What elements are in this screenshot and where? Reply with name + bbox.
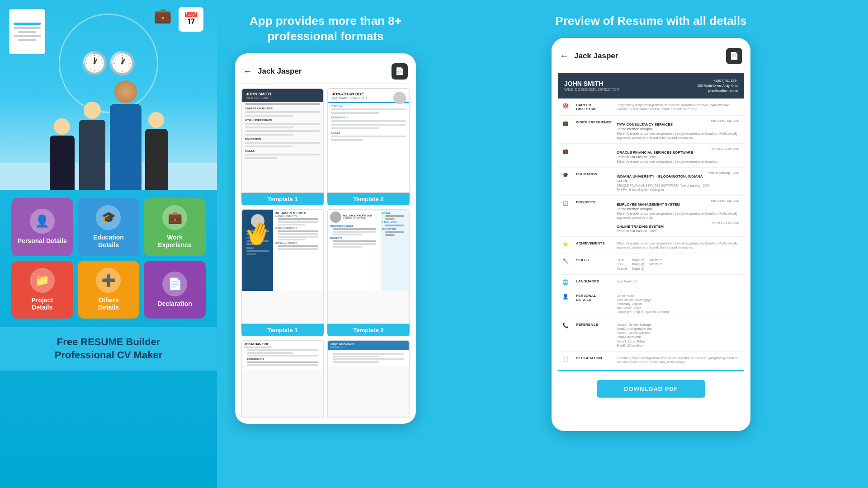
section-achievements: ⭐ ACHIEVEMENTS Efficiently enable unique… [558,237,744,253]
declaration-icon: 📄 [162,272,187,296]
resume-preview: JOHN SMITH WEB DESIGNER, DIRECTOR +1(614… [558,73,744,425]
project-details-button[interactable]: 📁 ProjectDetails [11,261,73,319]
skills-icon: 🔧 [562,257,571,270]
user-name-middle: Jack Jasper [258,67,392,76]
work-exp-label: WORK EXPERIENCE [576,119,612,140]
app-footer: Free RESUME Builder Professional CV Make… [0,327,217,371]
person-4 [145,112,168,190]
career-obj-icon: 🎯 [562,102,571,111]
template-preview-5: JONATHAN DOE Objective: seeking position… [241,340,324,417]
skills-label: SKILLS [576,257,612,270]
briefcase-icon: 💼 [154,7,172,24]
template-label-1: Template 1 [241,193,324,205]
middle-heading: App provides more than 8+ professional f… [226,14,425,44]
work-exp-label-2 [576,147,612,164]
download-pdf-button[interactable]: DOWNLOAD PDF [597,380,705,398]
work-exp-icon-2: 💼 [562,147,571,164]
declaration-button[interactable]: 📄 Declaration [144,261,206,319]
phone-mockup-right: ← Jack Jasper 📄 JOHN SMITH WEB DESIGNER,… [552,38,750,431]
template-item-2[interactable]: JONATHAN DOE SOFTWARE ENGINEER PROFILE E… [327,88,410,205]
section-projects: 📋 PROJECTS EMPLOYEE MANAGEMENT SYSTEM Ma… [558,196,744,237]
feature-grid: 👤 Personal Details 🎓 EducationDetails 💼 … [0,190,217,327]
projects-icon: 📋 [562,199,571,233]
calendar-icon: 📅 [179,7,203,32]
achievements-icon: ⭐ [562,240,571,249]
people-illustration [0,80,217,190]
work-exp-content-2: ORACLE FINANCIAL SERVICES SOFTWARE Oct 2… [617,147,740,164]
section-education: 🎓 EDUCATION INDIANA UNIVERSITY – BLOOMIN… [558,168,744,196]
section-languages: 🌐 LANGUAGES Java Javascript [558,275,744,289]
doc-icon-right[interactable]: 📄 [726,48,742,64]
back-arrow-right[interactable]: ← [560,51,569,61]
template-label-4: Template 2 [327,324,410,336]
resume-name: JOHN SMITH [564,80,619,87]
personal-details-label: Personal Details [18,237,67,245]
others-details-button[interactable]: ➕ OthersDetails [78,261,140,319]
template-preview-4: MS. JACK ANDERSON CAREER OBJECTIVE FROM … [327,209,410,324]
template-preview-1: JOHN SMITH WEB DESIGNER CAREER OBJECTIVE… [241,88,324,193]
clock-icon: 🕐 [108,50,136,76]
phone-mockup-middle: ← Jack Jasper 📄 🤚 JOHN SMITH WEB DESIGNE… [235,53,416,424]
resume-contact: +1(614)481-1234 555 Riddle Drive, Andy, … [698,78,738,94]
languages-icon: 🌐 [562,278,571,285]
work-icon: 💼 [162,205,187,230]
app-tagline: Free RESUME Builder Professional CV Make… [9,336,208,361]
reference-icon: 📞 [562,322,571,347]
reference-content: Name1 - General ManagerEmail1: info@prin… [617,322,740,347]
resume-header-bar: JOHN SMITH WEB DESIGNER, DIRECTOR +1(614… [558,73,744,99]
declaration-icon-r: 📄 [562,355,571,364]
declaration-label-r: DECLARATION [576,355,612,364]
project-details-label: ProjectDetails [32,296,53,312]
achievements-content: Efficiently enable unique user competenc… [617,240,740,249]
languages-label: LANGUAGES [576,278,612,285]
education-label: EDUCATION [576,171,612,192]
work-experience-label: WorkExperience [158,234,192,249]
back-arrow-middle[interactable]: ← [243,66,252,76]
section-work-exp-2: 💼 ORACLE FINANCIAL SERVICES SOFTWARE Oct… [558,144,744,168]
achievements-label: ACHIEVEMENTS [576,240,612,249]
panel-right: Preview of Resume with all details ← Jac… [434,0,868,488]
languages-content: Java Javascript [617,278,740,285]
section-reference: 📞 REFERENCE Name1 - General ManagerEmail… [558,318,744,352]
personal-icon: 👤 [30,209,55,234]
illustration: 🕐 📅 💼 [0,0,217,190]
section-skills: 🔧 SKILLS HTMLCSSReactJs Maple (5)Maple (… [558,253,744,274]
section-work-exp-1: 💼 WORK EXPERIENCE TATA CONSULTANCY SERVI… [558,116,744,144]
template-grid: JOHN SMITH WEB DESIGNER CAREER OBJECTIVE… [241,88,410,418]
section-declaration: 📄 DECLARATION Proactively morph cross-pl… [558,352,744,368]
education-content: INDIANA UNIVERSITY – BLOOMINGTON, INDIAN… [617,171,740,192]
education-icon-r: 🎓 [562,171,571,192]
right-heading: Preview of Resume with all details [555,14,746,29]
section-personal-details: 👤 PERSONAL DETAILS Gender: MaleDate Of B… [558,289,744,318]
projects-label: PROJECTS [576,199,612,233]
resume-doc-icon [9,9,45,54]
personal-details-label-r: PERSONAL DETAILS [576,293,612,314]
user-name-right: Jack Jasper [574,52,726,61]
panel-left: 🕐 📅 💼 [0,0,217,488]
panel-middle: App provides more than 8+ professional f… [217,0,434,488]
personal-details-icon: 👤 [562,293,571,314]
resume-title: WEB DESIGNER, DIRECTOR [564,87,619,92]
doc-icon-middle[interactable]: 📄 [392,63,408,80]
template-item-5[interactable]: JONATHAN DOE Objective: seeking position… [241,340,324,417]
template-label-3: Template 1 [241,324,324,336]
declaration-label: Declaration [158,300,192,308]
reference-label: REFERENCE [576,322,612,347]
person-3 [110,80,142,190]
template-item-4[interactable]: MS. JACK ANDERSON CAREER OBJECTIVE FROM … [327,209,410,336]
education-icon: 🎓 [96,205,121,230]
phone-header-right: ← Jack Jasper 📄 [558,44,744,68]
person-1 [50,118,75,190]
personal-details-button[interactable]: 👤 Personal Details [11,198,73,256]
career-obj-content: Progressively morph cross-platform ideas… [617,102,740,111]
template-item-1[interactable]: JOHN SMITH WEB DESIGNER CAREER OBJECTIVE… [241,88,324,205]
education-details-button[interactable]: 🎓 EducationDetails [78,198,140,256]
work-exp-icon-1: 💼 [562,119,571,140]
project-icon: 📁 [30,268,55,293]
template-item-6[interactable]: Jugal Manjalwar Objective: ... [327,340,410,417]
work-experience-button[interactable]: 💼 WorkExperience [144,198,206,256]
person-2 [79,102,105,190]
work-exp-content-1: TATA CONSULTANCY SERVICES Mar 2005 - Apr… [617,119,740,140]
others-icon: ➕ [96,268,121,293]
career-obj-label: CAREER OBJECTIVE [576,102,612,111]
